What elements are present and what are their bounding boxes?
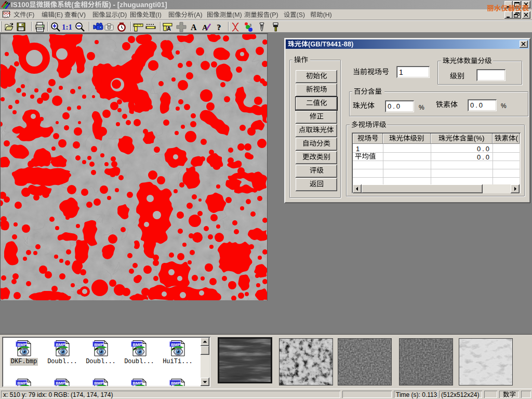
svg-text:A: A: [191, 23, 197, 32]
svg-text:?: ?: [217, 23, 221, 32]
svg-text:A: A: [167, 25, 171, 32]
svg-text:3: 3: [249, 23, 251, 27]
svg-text:1:1: 1:1: [62, 23, 72, 31]
svg-text:A: A: [202, 23, 208, 32]
svg-text:DOC: DOC: [4, 11, 11, 15]
